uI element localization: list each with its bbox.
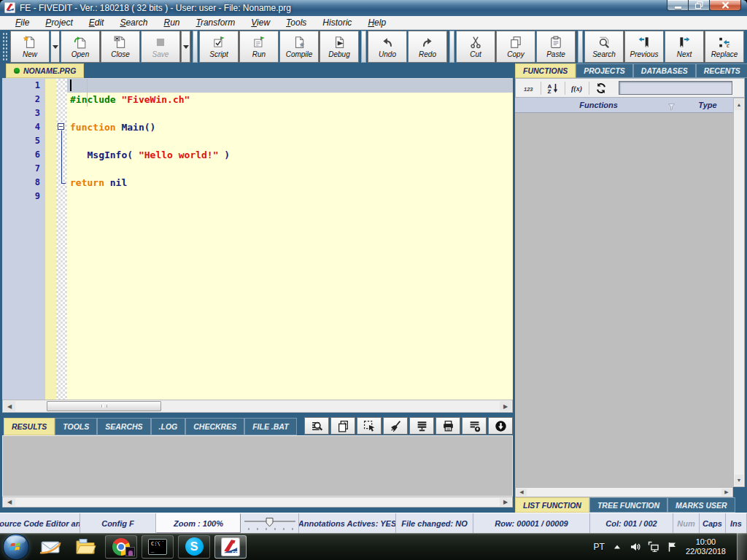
scroll-down-icon[interactable]: ▼ [735, 475, 743, 486]
copy-results-button[interactable] [330, 417, 355, 435]
search-button[interactable]: Search [584, 31, 624, 63]
scroll-right-icon[interactable]: ▶ [500, 498, 511, 506]
next-button[interactable]: Next [665, 31, 704, 63]
right-bottom-tab-tree-function[interactable]: TREE FUNCTION [589, 497, 667, 513]
functions-list-header[interactable]: Functions Type [515, 98, 733, 113]
right-tab-projects[interactable]: PROJECTS [576, 63, 633, 78]
editor-hscrollbar[interactable]: ◀ ▶ [2, 400, 513, 413]
bottom-tab-file-bat[interactable]: FILE .BAT [244, 418, 296, 435]
scroll-left-icon[interactable]: ◀ [516, 489, 527, 496]
right-tab-databases[interactable]: DATABASES [633, 63, 696, 78]
scroll-right-icon[interactable]: ▶ [721, 489, 732, 496]
menu-tools[interactable]: Tools [278, 18, 314, 28]
fold-collapse-icon[interactable] [58, 123, 64, 130]
clock[interactable]: 10:00 22/03/2018 [686, 537, 726, 556]
title-bar[interactable]: FE FE - FIVEDIT - Ver.: 180218 ( 32 bits… [0, 0, 747, 16]
code-line[interactable] [67, 134, 513, 148]
code-line[interactable]: #include "FiveWin.ch" [67, 93, 513, 106]
code-line[interactable] [67, 162, 513, 176]
editor-fold-margin[interactable] [56, 79, 67, 400]
cut-button[interactable]: Cut [456, 31, 495, 63]
download-results-button[interactable] [488, 417, 513, 435]
code-line[interactable] [67, 106, 513, 120]
close-button[interactable]: Close [101, 31, 140, 63]
hidden-icons-icon[interactable] [611, 541, 623, 553]
new-dropdown-button[interactable] [50, 31, 60, 63]
right-bottom-tab-list-function[interactable]: LIST FUNCTION [515, 497, 589, 513]
scroll-left-icon[interactable]: ◀ [4, 498, 15, 506]
taskbar-explorer-button[interactable] [70, 536, 101, 558]
taskbar-fivedit-button[interactable]: FE [214, 535, 247, 559]
redo-button[interactable]: Redo [408, 31, 447, 63]
scroll-right-icon[interactable]: ▶ [500, 401, 511, 411]
bottom-tab-log[interactable]: .LOG [151, 418, 186, 435]
taskbar-skype-button[interactable]: S [178, 535, 210, 559]
column-type[interactable]: Type [682, 101, 733, 109]
replace-button[interactable]: cReplace [705, 31, 744, 63]
volume-icon[interactable] [630, 541, 641, 553]
clean-results-button[interactable] [383, 417, 408, 435]
previous-button[interactable]: Previous [624, 31, 664, 63]
toggle-numbers-button[interactable]: 123 [519, 81, 539, 96]
menu-edit[interactable]: Edit [81, 18, 112, 28]
restore-button[interactable] [689, 0, 709, 11]
taskbar-start-button[interactable] [1, 534, 31, 560]
code-editor[interactable]: 123456789 #include "FiveWin.ch"function … [2, 78, 513, 400]
export-results-button[interactable] [462, 417, 487, 435]
scroll-up-icon[interactable]: ▲ [735, 99, 743, 110]
right-bottom-tab-marks-user[interactable]: MARKS USER [667, 497, 735, 513]
menu-help[interactable]: Help [360, 18, 394, 28]
scroll-left-icon[interactable]: ◀ [4, 401, 15, 411]
editor-bookmark-margin[interactable] [45, 79, 56, 400]
bottom-tab-searchs[interactable]: SEARCHS [97, 418, 150, 435]
taskbar-mail-button[interactable] [35, 536, 66, 558]
refresh-functions-button[interactable] [591, 81, 611, 96]
run-button[interactable]: Run [239, 31, 279, 63]
menu-project[interactable]: Project [37, 18, 80, 28]
functions-vscrollbar[interactable]: ▲ ▼ [733, 98, 745, 487]
save-dropdown-button[interactable] [181, 31, 190, 63]
menu-historic[interactable]: Historic [314, 18, 360, 28]
status-zoom-slider[interactable] [241, 513, 299, 533]
compile-button[interactable]: Compile [279, 31, 319, 63]
code-line[interactable]: MsgInfo( "Hello world!" ) [67, 148, 513, 162]
menu-transform[interactable]: Transform [188, 18, 244, 28]
right-tab-recents[interactable]: RECENTS [696, 63, 747, 78]
results-panel[interactable] [2, 435, 513, 497]
column-functions[interactable]: Functions [515, 101, 682, 109]
copy-button[interactable]: Copy [496, 31, 535, 63]
functions-filter-input[interactable] [619, 81, 732, 95]
close-button[interactable] [709, 0, 741, 11]
menu-search[interactable]: Search [112, 18, 155, 28]
paste-button[interactable]: Paste [536, 31, 576, 63]
find-in-results-button[interactable] [304, 417, 329, 435]
filter-funnel-icon[interactable] [667, 102, 676, 112]
new-button[interactable]: New [10, 31, 50, 63]
code-line[interactable]: return nil [67, 176, 513, 190]
bottom-tab-tools[interactable]: TOOLS [55, 418, 97, 435]
menu-run[interactable]: Run [155, 18, 187, 28]
select-results-button[interactable] [357, 417, 382, 435]
minimize-button[interactable] [667, 0, 689, 11]
bottom-tab-results[interactable]: RESULTS [4, 418, 55, 435]
list-functions-button[interactable]: f(x) [567, 81, 587, 96]
menu-file[interactable]: File [7, 18, 37, 28]
show-desktop-button[interactable] [737, 533, 747, 560]
toolbar-grip[interactable] [2, 32, 8, 61]
code-line[interactable]: function Main() [67, 120, 513, 134]
save-button[interactable]: Save [141, 31, 180, 63]
debug-button[interactable]: Debug [320, 31, 359, 63]
code-line[interactable] [67, 79, 513, 93]
bottom-tab-checkres[interactable]: CHECKRES [185, 418, 244, 435]
menu-view[interactable]: View [243, 18, 278, 28]
network-icon[interactable] [648, 541, 659, 553]
print-results-button[interactable] [436, 417, 460, 435]
right-tab-functions[interactable]: FUNCTIONS [515, 63, 576, 78]
code-line[interactable] [67, 190, 513, 203]
language-indicator[interactable]: PT [594, 542, 605, 552]
functions-hscrollbar[interactable]: ◀ ▶ [515, 487, 733, 497]
open-button[interactable]: Open [61, 31, 100, 63]
taskbar-cmd-button[interactable]: C:\_ [142, 535, 174, 559]
tab-noname-prg[interactable]: NONAME.PRG [6, 63, 84, 78]
editor-code[interactable]: #include "FiveWin.ch"function Main() Msg… [67, 79, 513, 400]
